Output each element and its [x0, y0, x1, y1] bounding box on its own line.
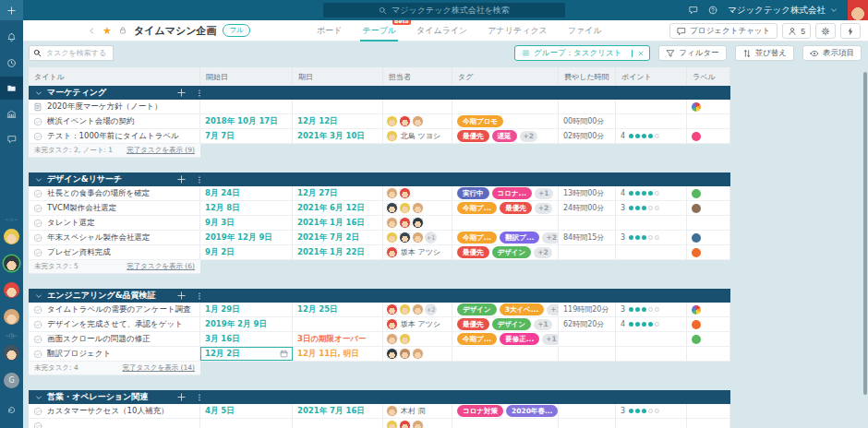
user-avatar[interactable] [848, 0, 868, 20]
sidebar-item-organization[interactable] [0, 102, 23, 125]
cell-time-spent[interactable] [559, 419, 616, 428]
cell-tags[interactable] [452, 216, 559, 230]
cell-tags[interactable]: 今期プ...最優先+2 [452, 201, 559, 215]
tab-アナリティクス[interactable]: アナリティクス [488, 20, 547, 42]
column-header-3[interactable]: 担当者 [383, 67, 452, 86]
cell-points[interactable] [616, 332, 687, 346]
tag[interactable]: 翻訳プ... [500, 232, 539, 244]
cell-time-spent[interactable]: 84時間15分 [559, 231, 616, 244]
cell-label[interactable] [687, 114, 730, 128]
tag[interactable]: 今期プ... [457, 333, 497, 345]
tag[interactable]: 遅延 [492, 130, 517, 142]
column-header-6[interactable]: ポイント [616, 67, 687, 86]
task-search-field[interactable] [29, 45, 114, 61]
tag[interactable]: 最優先 [457, 130, 489, 142]
cell-time-spent[interactable]: 119時間20分 [559, 303, 616, 316]
member-avatar[interactable] [4, 282, 19, 298]
cell-title[interactable]: 横浜イベント会場の契約 [29, 114, 200, 128]
cell-assignees[interactable]: +2 [383, 303, 452, 316]
group-header[interactable]: 営業・オペレーション関連 [29, 390, 730, 404]
tag-overflow-badge[interactable]: +1 [535, 188, 553, 199]
cell-due-date[interactable]: 2021年 1月 16日 [293, 216, 383, 230]
calendar-icon[interactable] [280, 350, 288, 358]
cell-start-date[interactable]: 1月 29日 [200, 303, 293, 316]
tab-テーブル[interactable]: テーブルBeta [362, 20, 396, 42]
cell-tags[interactable]: デザイン3大イベ...+3 [452, 303, 559, 316]
table-row[interactable]: 画面スクロールの問題の修正3月 16日3日の期限オーバー今期プ...要修正...… [29, 332, 730, 347]
tag-overflow-badge[interactable]: +3 [547, 304, 559, 315]
tag[interactable]: 要修正... [500, 333, 539, 345]
task-search-input[interactable] [44, 48, 109, 58]
help-icon[interactable] [708, 6, 717, 15]
sidebar-item-projects[interactable] [0, 77, 23, 100]
tag[interactable]: 最優先 [500, 202, 532, 214]
member-avatar[interactable] [4, 345, 19, 361]
cell-start-date[interactable]: 12月 8日 [200, 201, 293, 215]
cell-start-date[interactable]: 2019年 12月 9日 [200, 231, 293, 244]
cell-points[interactable] [616, 245, 687, 259]
cell-due-date[interactable]: 3日の期限オーバー [293, 332, 383, 346]
cell-label[interactable] [687, 347, 730, 361]
sidebar-item-notifications[interactable] [0, 26, 23, 48]
check-circle-icon[interactable] [33, 204, 42, 213]
company-menu[interactable]: マジックテック株式会社 [728, 5, 838, 17]
cell-assignees[interactable] [383, 114, 452, 128]
cell-start-date[interactable] [200, 100, 293, 113]
check-circle-icon[interactable] [33, 233, 42, 243]
global-add-button[interactable] [0, 0, 23, 20]
tag[interactable]: デザイン [492, 246, 532, 258]
cell-points[interactable]: 3 [616, 303, 687, 316]
cell-label[interactable] [687, 245, 730, 259]
tag[interactable]: 2020年春... [506, 405, 558, 417]
cell-time-spent[interactable]: 13時間00分 [559, 186, 616, 200]
cell-title[interactable]: タレント選定 [29, 216, 200, 230]
check-circle-icon[interactable] [33, 305, 42, 315]
table-row[interactable]: テスト：1000年前にタイムトラベル7月 7日2021年 3月 10日北島 ツヨ… [29, 129, 730, 144]
column-header-4[interactable]: タグ [452, 67, 559, 86]
global-search[interactable]: マジックテック株式会社を検索 [323, 3, 565, 18]
cell-title[interactable]: デザインを完成させて、承認をゲット [29, 317, 200, 331]
tag[interactable]: 今期プ... [457, 202, 497, 214]
cell-points[interactable] [616, 100, 687, 113]
group-header[interactable]: デザイン&リサーチ [29, 172, 730, 186]
cell-time-spent[interactable] [559, 404, 616, 418]
member-avatar[interactable] [4, 256, 19, 271]
cell-tags[interactable] [452, 100, 559, 113]
tab-タイムライン[interactable]: タイムライン [416, 20, 467, 42]
cell-tags[interactable] [452, 347, 559, 361]
cell-assignees[interactable]: 北島 ツヨシ [383, 129, 452, 143]
tag-overflow-badge[interactable]: +1 [534, 319, 552, 330]
check-circle-icon[interactable] [33, 335, 42, 344]
add-task-button[interactable] [176, 392, 187, 402]
cell-label[interactable] [687, 332, 730, 346]
cell-start-date[interactable]: 4月 5日 [200, 404, 293, 418]
cell-due-date[interactable]: 2021年 6月 12日 [293, 201, 383, 215]
cell-due-date[interactable]: 2021年 3月 10日 [293, 129, 383, 143]
cell-start-date[interactable]: 9月 2日 [200, 245, 293, 259]
member-avatar[interactable] [4, 229, 19, 244]
cell-tags[interactable]: 今期プ...翻訳プ...+2 [452, 231, 559, 244]
table-row[interactable]: デザインを完成させて、承認をゲット2019年 2月 9日坂本 アツシ最優先デザイ… [29, 317, 730, 332]
cell-tags[interactable]: 最優先遅延+2 [452, 129, 559, 143]
cell-title[interactable]: タイムトラベルの需要のアンケート調査 [29, 303, 200, 316]
cell-points[interactable] [616, 216, 687, 230]
cell-assignees[interactable] [383, 201, 452, 215]
tag-overflow-badge[interactable]: +1 [542, 334, 559, 345]
cell-time-spent[interactable] [559, 100, 616, 113]
cell-title[interactable]: TVCM製作会社選定 [29, 201, 200, 215]
group-initial-badge[interactable]: G [4, 373, 19, 388]
column-header-7[interactable]: ラベル [687, 67, 730, 86]
show-completed-link[interactable]: 完了タスクを表示 (9) [127, 146, 195, 155]
tag[interactable]: 最優先 [457, 318, 489, 330]
cell-label[interactable] [687, 201, 730, 215]
cell-title[interactable]: 画面スクロールの問題の修正 [29, 332, 200, 346]
column-header-2[interactable]: 期日 [293, 67, 383, 86]
cell-assignees[interactable]: 坂本 アツシ [383, 317, 452, 331]
cell-assignees[interactable] [383, 332, 452, 346]
cell-title[interactable]: カスタマーサクセス（10人補充） [29, 404, 200, 418]
tag[interactable]: コロナ対策 [457, 405, 503, 417]
cell-tags[interactable]: 今期プロモ [452, 114, 559, 128]
tag[interactable]: コロナ... [492, 187, 533, 199]
cell-points[interactable]: 4 [616, 317, 687, 331]
cell-tags[interactable] [452, 419, 559, 428]
